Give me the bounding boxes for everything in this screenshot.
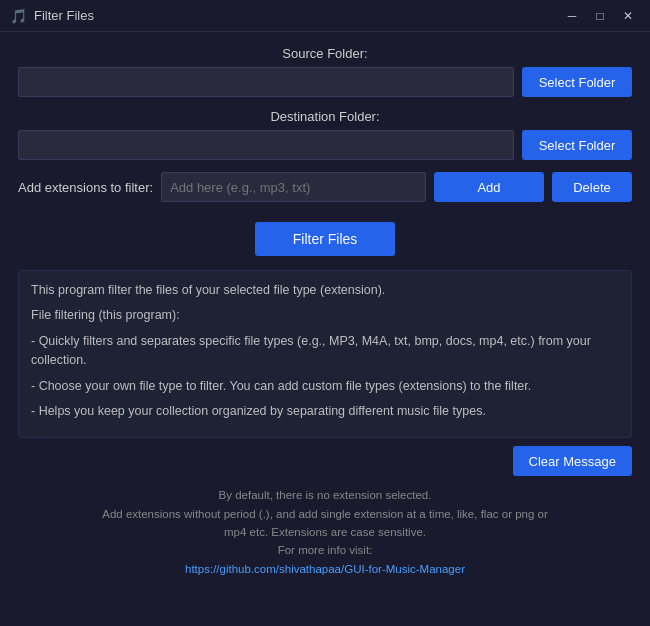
message-line1: This program filter the files of your se…	[31, 281, 619, 300]
message-wrapper: This program filter the files of your se…	[18, 270, 632, 438]
select-destination-folder-button[interactable]: Select Folder	[522, 130, 632, 160]
delete-extension-button[interactable]: Delete	[552, 172, 632, 202]
message-line4: - Choose your own file type to filter. Y…	[31, 377, 619, 396]
destination-folder-row: Select Folder	[18, 130, 632, 160]
add-extension-button[interactable]: Add	[434, 172, 544, 202]
message-line2: File filtering (this program):	[31, 306, 619, 325]
destination-folder-input[interactable]	[18, 130, 514, 160]
footer: By default, there is no extension select…	[18, 486, 632, 578]
extensions-input[interactable]	[161, 172, 426, 202]
app-title: Filter Files	[34, 8, 94, 23]
title-bar: 🎵 Filter Files ─ □ ✕	[0, 0, 650, 32]
maximize-button[interactable]: □	[588, 6, 612, 26]
filter-btn-row: Filter Files	[18, 222, 632, 256]
extensions-label: Add extensions to filter:	[18, 180, 153, 195]
main-content: Source Folder: Select Folder Destination…	[0, 32, 650, 588]
message-area: This program filter the files of your se…	[18, 270, 632, 438]
footer-line1: By default, there is no extension select…	[18, 486, 632, 504]
select-source-folder-button[interactable]: Select Folder	[522, 67, 632, 97]
title-bar-left: 🎵 Filter Files	[10, 8, 94, 24]
footer-line2: Add extensions without period (.), and a…	[18, 505, 632, 523]
destination-folder-label: Destination Folder:	[18, 109, 632, 124]
minimize-button[interactable]: ─	[560, 6, 584, 26]
close-button[interactable]: ✕	[616, 6, 640, 26]
source-folder-row: Select Folder	[18, 67, 632, 97]
footer-line4: For more info visit:	[18, 541, 632, 559]
window-controls: ─ □ ✕	[560, 6, 640, 26]
app-icon: 🎵	[10, 8, 26, 24]
footer-link[interactable]: https://github.com/shivathapaa/GUI-for-M…	[185, 563, 465, 575]
clear-btn-row: Clear Message	[18, 446, 632, 476]
footer-line3: mp4 etc. Extensions are case sensitive.	[18, 523, 632, 541]
filter-files-button[interactable]: Filter Files	[255, 222, 395, 256]
source-folder-input[interactable]	[18, 67, 514, 97]
source-folder-label: Source Folder:	[18, 46, 632, 61]
message-line3: - Quickly filters and separates specific…	[31, 332, 619, 371]
message-line5: - Helps you keep your collection organiz…	[31, 402, 619, 421]
extensions-row: Add extensions to filter: Add Delete	[18, 172, 632, 202]
clear-message-button[interactable]: Clear Message	[513, 446, 632, 476]
